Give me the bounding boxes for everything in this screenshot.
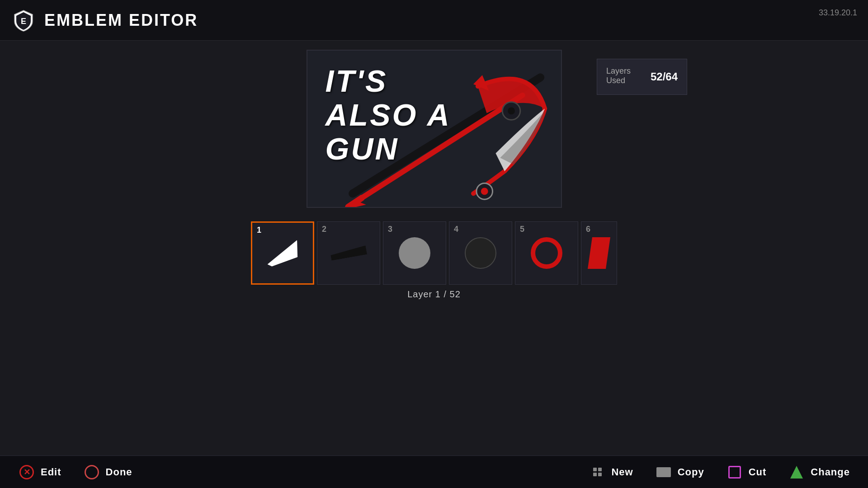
layer-num-5: 5	[520, 225, 524, 234]
bottom-right-controls: New Copy Cut Change	[589, 464, 850, 481]
triangle-icon	[788, 464, 805, 481]
layer-current-label: Layer 1 / 52	[407, 289, 461, 300]
layers-strip: 1 2 3 4 5 6	[251, 221, 617, 285]
svg-text:E: E	[21, 17, 26, 26]
done-button[interactable]: Done	[83, 464, 132, 481]
layer-thumb-4[interactable]: 4	[449, 221, 512, 285]
layer-strip-section: 1 2 3 4 5 6 Layer 1 / 52	[0, 221, 868, 300]
layer-thumb-1[interactable]: 1	[251, 221, 314, 285]
svg-line-2	[361, 95, 522, 198]
red-ring-shape	[531, 237, 562, 269]
layer-thumb-5[interactable]: 5	[515, 221, 578, 285]
copy-label: Copy	[678, 466, 704, 478]
edit-button[interactable]: ✕ Edit	[18, 464, 61, 481]
blade-shape	[263, 239, 303, 268]
new-icon	[589, 464, 606, 481]
gray-circle-shape	[399, 237, 430, 269]
shadow-blade-shape	[330, 245, 367, 261]
layer-thumb-3[interactable]: 3	[383, 221, 446, 285]
copy-icon	[655, 464, 672, 481]
copy-button[interactable]: Copy	[655, 464, 704, 481]
layer-num-4: 4	[454, 225, 458, 234]
bottom-bar: ✕ Edit Done New Copy	[0, 455, 868, 488]
layers-used-label: Layers Used	[606, 66, 651, 85]
layer-thumb-2[interactable]: 2	[317, 221, 380, 285]
done-label: Done	[106, 466, 132, 478]
version-label: 33.19.20.1	[819, 8, 857, 18]
x-icon: ✕	[18, 464, 35, 481]
circle-icon	[83, 464, 100, 481]
layer-thumb-6[interactable]: 6	[581, 221, 617, 285]
cut-icon	[726, 464, 743, 481]
header: E EMBLEM EDITOR 33.19.20.1	[0, 0, 868, 41]
layer-num-2: 2	[322, 225, 326, 234]
dark-circle-shape	[465, 237, 496, 269]
cut-label: Cut	[749, 466, 767, 478]
weapon-svg	[307, 51, 561, 207]
layer-num-6: 6	[586, 225, 590, 234]
layer-num-3: 3	[388, 225, 392, 234]
emblem-section: IT'S ALSO A GUN	[0, 50, 868, 208]
red-partial-shape	[588, 237, 610, 269]
page-title: EMBLEM EDITOR	[44, 11, 198, 30]
change-label: Change	[811, 466, 850, 478]
edit-label: Edit	[41, 466, 61, 478]
shield-icon: E	[11, 8, 36, 33]
layer-num-1: 1	[257, 225, 261, 235]
layers-panel: Layers Used 52/64	[597, 59, 687, 95]
svg-point-7	[508, 108, 515, 115]
new-label: New	[611, 466, 633, 478]
bottom-left-controls: ✕ Edit Done	[18, 464, 132, 481]
emblem-canvas[interactable]: IT'S ALSO A GUN	[307, 50, 562, 208]
svg-point-5	[481, 188, 488, 195]
layers-count: 52/64	[651, 70, 678, 83]
new-button[interactable]: New	[589, 464, 633, 481]
change-button[interactable]: Change	[788, 464, 850, 481]
cut-button[interactable]: Cut	[726, 464, 767, 481]
